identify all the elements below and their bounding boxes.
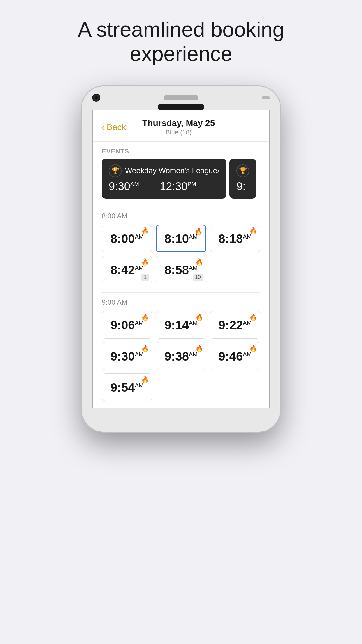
page-tagline: A streamlined booking experience (78, 18, 284, 66)
flame-icon: 🔥 (141, 258, 149, 266)
slot-time-914: 9:14AM (164, 319, 198, 331)
app-header: ‹ Back Thursday, May 25 Blue (18) (93, 110, 269, 142)
divider-1 (102, 206, 260, 206)
phone-top (82, 86, 280, 110)
flame-icon: 🔥 (249, 227, 257, 235)
slot-time-946: 9:46AM (218, 350, 252, 363)
slots-grid-8am: 🔥 8:00AM 🔥 8:10AM 🔥 8:18AM (102, 225, 260, 284)
phone-bottom (82, 408, 280, 432)
slot-time-930: 9:30AM (110, 350, 144, 363)
event-card-partial[interactable]: 🏆 9: (229, 159, 256, 199)
time-group-label-9am: 9:00 AM (102, 298, 260, 307)
back-chevron-icon: ‹ (102, 123, 105, 132)
slot-858[interactable]: 🔥 8:58AM 10 (156, 256, 206, 284)
speaker (164, 95, 198, 100)
event-card-0[interactable]: 🏆 Weekday Women's League › 9:30AM — 12:3… (102, 159, 226, 199)
slot-810[interactable]: 🔥 8:10AM (156, 225, 206, 252)
event-name-0: Weekday Women's League (125, 166, 217, 175)
screen-container: ‹ Back Thursday, May 25 Blue (18) EVENTS (92, 110, 270, 408)
flame-icon: 🔥 (141, 227, 149, 235)
trophy-icon: 🏆 (109, 164, 122, 177)
partial-time: 9: (236, 180, 246, 193)
flame-icon: 🔥 (195, 345, 203, 352)
slot-time-938: 9:38AM (164, 350, 198, 363)
sensor (262, 96, 270, 99)
time-group-label-8am: 8:00 AM (102, 212, 260, 220)
flame-icon: 🔥 (195, 314, 203, 321)
slot-946[interactable]: 🔥 9:46AM (210, 342, 260, 370)
trophy-icon-2: 🏆 (236, 164, 249, 177)
app-screen: ‹ Back Thursday, May 25 Blue (18) EVENTS (93, 110, 269, 408)
flame-icon: 🔥 (141, 345, 149, 352)
camera (92, 94, 100, 102)
back-button[interactable]: ‹ Back (102, 122, 126, 132)
header-subtitle: Blue (18) (126, 129, 231, 136)
header-center: Thursday, May 25 Blue (18) (126, 118, 231, 136)
slot-938[interactable]: 🔥 9:38AM (156, 342, 206, 370)
time-group-9am: 9:00 AM 🔥 9:06AM 🔥 9:14AM 🔥 (93, 294, 269, 408)
slot-time-818: 8:18AM (218, 233, 252, 245)
slot-time-800: 8:00AM (110, 233, 144, 245)
slot-badge-842: 1 (141, 274, 149, 281)
flame-icon: 🔥 (249, 345, 257, 352)
slot-930[interactable]: 🔥 9:30AM (102, 342, 152, 370)
event-arrow-icon: › (217, 167, 219, 175)
flame-icon: 🔥 (195, 258, 203, 266)
back-label: Back (107, 122, 126, 132)
slot-906[interactable]: 🔥 9:06AM (102, 311, 152, 339)
slot-time-810: 8:10AM (164, 233, 198, 245)
event-end-time: 12:30 (160, 180, 187, 192)
slot-time-954: 9:54AM (110, 382, 144, 394)
event-time-0: 9:30AM — 12:30PM (109, 180, 219, 193)
flame-icon: 🔥 (195, 228, 203, 235)
flame-icon: 🔥 (141, 376, 149, 384)
slot-954[interactable]: 🔥 9:54AM (102, 373, 152, 401)
slot-time-842: 8:42AM (110, 264, 144, 276)
earpiece (158, 104, 204, 110)
events-label: EVENTS (93, 142, 269, 159)
phone-frame: ‹ Back Thursday, May 25 Blue (18) EVENTS (82, 86, 280, 432)
event-start-period: AM (130, 181, 139, 187)
events-section: EVENTS 🏆 Weekday Women's League › (93, 142, 269, 204)
divider-2 (102, 292, 260, 293)
slot-842[interactable]: 🔥 8:42AM 1 (102, 256, 152, 284)
slot-922[interactable]: 🔥 9:22AM (210, 311, 260, 339)
slots-grid-9am: 🔥 9:06AM 🔥 9:14AM 🔥 9:22AM (102, 311, 260, 401)
event-start-time: 9:30 (109, 180, 130, 192)
slot-800[interactable]: 🔥 8:00AM (102, 225, 152, 252)
slot-818[interactable]: 🔥 8:18AM (210, 225, 260, 252)
header-title: Thursday, May 25 (126, 118, 231, 128)
slot-time-922: 9:22AM (218, 319, 252, 331)
slot-badge-858: 10 (193, 274, 203, 281)
events-row: 🏆 Weekday Women's League › 9:30AM — 12:3… (93, 159, 269, 204)
event-end-period: PM (187, 181, 196, 187)
dash: — (145, 182, 154, 192)
slot-time-906: 9:06AM (110, 319, 144, 331)
flame-icon: 🔥 (249, 314, 257, 321)
slot-914[interactable]: 🔥 9:14AM (156, 311, 206, 339)
flame-icon: 🔥 (141, 314, 149, 321)
time-group-8am: 8:00 AM 🔥 8:00AM 🔥 8:10AM 🔥 (93, 208, 269, 291)
